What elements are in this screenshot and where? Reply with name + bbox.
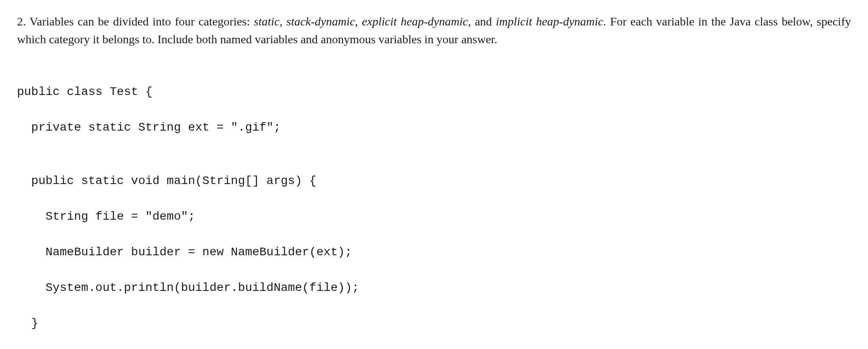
question-text: 2. Variables can be divided into four ca… [17, 13, 851, 48]
category-static: static, [254, 15, 283, 28]
category-implicit-heap: implicit heap-dynamic. [496, 15, 606, 28]
text-and: and [471, 15, 496, 28]
category-explicit-heap: explicit heap-dynamic, [358, 15, 471, 28]
category-stack-dynamic: stack-dynamic, [283, 15, 358, 28]
question-block: 2. Variables can be divided into four ca… [17, 13, 851, 48]
code-line-8: } [17, 315, 851, 332]
code-line-1: public class Test { [17, 83, 851, 101]
code-line-2: private static String ext = ".gif"; [17, 119, 851, 137]
question-intro: Variables can be divided into four categ… [26, 15, 254, 28]
code-block: public class Test { private static Strin… [17, 65, 851, 349]
code-line-5: String file = "demo"; [17, 208, 851, 226]
code-line-4: public static void main(String[] args) { [17, 172, 851, 190]
question-number: 2. [17, 15, 26, 28]
code-line-7: System.out.println(builder.buildName(fil… [17, 279, 851, 297]
code-line-6: NameBuilder builder = new NameBuilder(ex… [17, 243, 851, 261]
